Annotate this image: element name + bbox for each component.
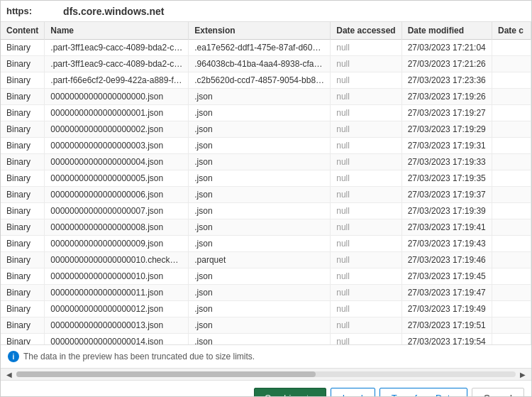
cell-name: 00000000000000000010.json [45,268,189,285]
cell-name: 00000000000000000002.json [45,121,189,138]
cell-extension: .json [189,170,331,187]
load-button[interactable]: Load [331,388,375,398]
cell-name: 00000000000000000009.json [45,236,189,252]
cell-date-modified: 27/03/2023 17:19:46 [401,252,492,268]
table-row[interactable]: Binary00000000000000000012.json.jsonnull… [1,301,531,317]
cell-date-accessed: null [331,203,401,219]
cell-date-modified: 27/03/2023 17:19:35 [401,170,492,187]
cell-date-c [492,268,531,285]
table-row[interactable]: Binary00000000000000000013.json.jsonnull… [1,317,531,334]
table-row[interactable]: Binary.part-3ff1eac9-cacc-4089-bda2-ce77… [1,56,531,72]
table-row[interactable]: Binary00000000000000000001.json.jsonnull… [1,105,531,121]
col-header-date-modified: Date modified [401,22,492,40]
cancel-button[interactable]: Cancel [472,388,524,398]
cell-name: 00000000000000000013.json [45,317,189,334]
table-row[interactable]: Binary00000000000000000002.json.jsonnull… [1,121,531,138]
cell-extension: .json [189,203,331,219]
cell-extension: .json [189,317,331,334]
cell-extension: .json [189,219,331,236]
footer-info-text: The data in the preview has been truncat… [23,352,255,361]
cell-extension: .964038cb-41ba-4aa4-8938-cfa219305S5b [189,56,331,72]
cell-date-modified: 27/03/2023 17:19:37 [401,187,492,203]
cell-date-c [492,56,531,72]
cell-date-modified: 27/03/2023 17:19:51 [401,317,492,334]
scroll-right-arrow[interactable]: ▶ [517,369,528,380]
cell-date-modified: 27/03/2023 17:19:27 [401,105,492,121]
cell-name: 00000000000000000003.json [45,138,189,154]
cell-date-accessed: null [331,252,401,268]
cell-date-modified: 27/03/2023 17:19:33 [401,154,492,170]
cell-name: 00000000000000000004.json [45,154,189,170]
cell-content: Binary [1,170,45,187]
cell-date-accessed: null [331,89,401,105]
info-icon: i [8,351,19,362]
cell-date-c [492,89,531,105]
cell-name: .part-3ff1eac9-cacc-4089-bda2-ce77da9b36… [45,40,189,56]
cell-extension: .json [189,301,331,317]
cell-extension: .json [189,268,331,285]
cell-date-modified: 27/03/2023 17:19:39 [401,203,492,219]
cell-date-accessed: null [331,154,401,170]
cell-date-accessed: null [331,334,401,346]
cell-date-modified: 27/03/2023 17:19:31 [401,138,492,154]
cell-date-accessed: null [331,317,401,334]
table-row[interactable]: Binary00000000000000000008.json.jsonnull… [1,219,531,236]
transform-data-button[interactable]: Transform Data [379,388,467,398]
footer-info-bar: i The data in the preview has been trunc… [1,345,531,368]
cell-date-accessed: null [331,56,401,72]
cell-date-accessed: null [331,285,401,301]
table-row[interactable]: Binary00000000000000000000.json.jsonnull… [1,89,531,105]
cell-name: 00000000000000000012.json [45,301,189,317]
cell-date-modified: 27/03/2023 17:19:49 [401,301,492,317]
cell-date-accessed: null [331,105,401,121]
cell-content: Binary [1,138,45,154]
url-text: dfs.core.windows.net [63,6,164,17]
table-container[interactable]: Content Name Extension Date accessed Dat… [1,22,531,345]
cell-content: Binary [1,72,45,89]
table-row[interactable]: Binary00000000000000000010.checkpoint.pa… [1,252,531,268]
data-table: Content Name Extension Date accessed Dat… [1,22,531,345]
table-row[interactable]: Binary00000000000000000003.json.jsonnull… [1,138,531,154]
cell-extension: .json [189,105,331,121]
cell-date-c [492,219,531,236]
table-row[interactable]: Binary00000000000000000010.json.jsonnull… [1,268,531,285]
table-row[interactable]: Binary00000000000000000004.json.jsonnull… [1,154,531,170]
combine-button[interactable]: Combine [254,388,326,398]
table-row[interactable]: Binary00000000000000000006.json.jsonnull… [1,187,531,203]
cell-extension: .json [189,154,331,170]
cell-date-c [492,187,531,203]
cell-date-c [492,252,531,268]
cell-date-accessed: null [331,187,401,203]
table-row[interactable]: Binary00000000000000000009.json.jsonnull… [1,236,531,252]
scrollbar-area[interactable]: ◀ ▶ [1,368,531,381]
cell-date-c [492,40,531,56]
cell-date-modified: 27/03/2023 17:19:41 [401,219,492,236]
table-row[interactable]: Binary00000000000000000014.json.jsonnull… [1,334,531,346]
cell-date-c [492,154,531,170]
cell-date-c [492,203,531,219]
table-row[interactable]: Binary00000000000000000007.json.jsonnull… [1,203,531,219]
cell-extension: .json [189,285,331,301]
scroll-track[interactable] [16,371,516,377]
table-row[interactable]: Binary00000000000000000011.json.jsonnull… [1,285,531,301]
title-bar: https: dfs.core.windows.net [1,1,531,22]
cell-date-modified: 27/03/2023 17:19:54 [401,334,492,346]
cell-date-accessed: null [331,236,401,252]
cell-date-accessed: null [331,268,401,285]
table-row[interactable]: Binary.part-3ff1eac9-cacc-4089-bda2-ce77… [1,40,531,56]
cell-content: Binary [1,219,45,236]
cell-date-modified: 27/03/2023 17:19:26 [401,89,492,105]
cell-name: 00000000000000000011.json [45,285,189,301]
cell-date-c [492,236,531,252]
cell-name: 00000000000000000008.json [45,219,189,236]
scroll-thumb [16,371,316,377]
scroll-left-arrow[interactable]: ◀ [4,369,15,380]
table-row[interactable]: Binary00000000000000000005.json.jsonnull… [1,170,531,187]
cell-date-modified: 27/03/2023 17:19:45 [401,268,492,285]
cell-date-modified: 27/03/2023 17:21:04 [401,40,492,56]
cell-date-modified: 27/03/2023 17:19:43 [401,236,492,252]
table-row[interactable]: Binary.part-f66e6cf2-0e99-422a-a889-ffef… [1,72,531,89]
col-header-content: Content [1,22,45,40]
cell-content: Binary [1,121,45,138]
cell-date-c [492,72,531,89]
